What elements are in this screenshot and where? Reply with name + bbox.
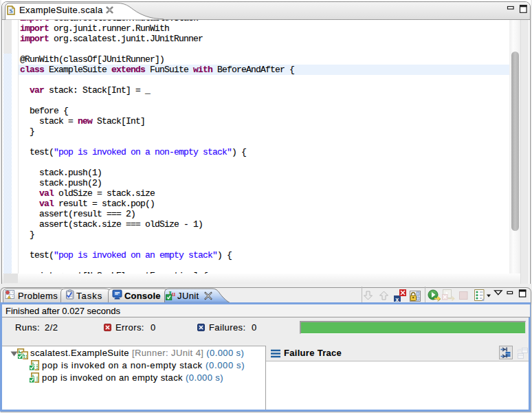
svg-text:x: x [395, 296, 399, 302]
svg-text:S: S [9, 8, 12, 14]
